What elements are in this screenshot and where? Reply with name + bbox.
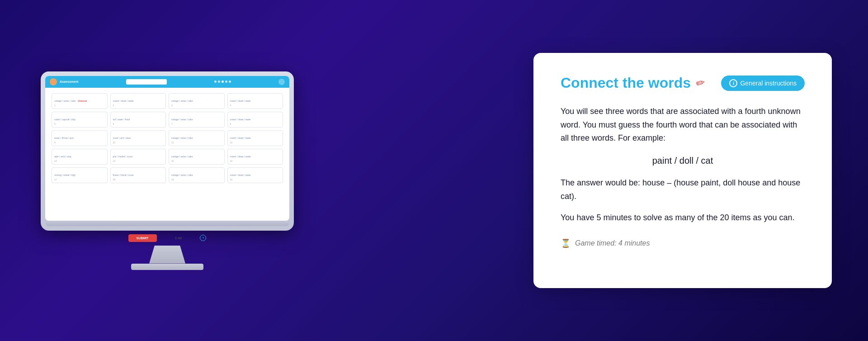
grid-cell-12: cream / skate / water 12	[227, 130, 283, 146]
info-icon: i	[729, 79, 737, 87]
nav-dot-4	[225, 81, 227, 83]
cell-clue-8: cream / skate / water	[230, 118, 251, 121]
cell-clue-17: rocking / wheel / high	[54, 174, 75, 176]
cell-number-17: 17	[54, 178, 105, 181]
monitor-screen: Assessment cottage / swiss / cake	[45, 76, 289, 221]
cell-number-8: 8	[230, 123, 281, 125]
grid-cell-17: rocking / wheel / high 17	[52, 167, 108, 183]
grid-cell-7: cottage / swiss / cake 7	[169, 112, 225, 128]
cell-number-18: 18	[113, 178, 164, 181]
grid-cell-13: right / wrist / stop 13	[52, 149, 108, 165]
cell-number-1: 1	[54, 104, 105, 107]
panel-header: Connect the words ✏ i General instructio…	[561, 75, 805, 91]
timed-label: Game timed: 4 minutes	[575, 239, 650, 247]
cell-clue-15: cottage / swiss / cake	[171, 155, 193, 158]
cell-number-15: 15	[171, 160, 222, 162]
grid-cell-8: cream / skate / water 8	[227, 112, 283, 128]
header-user-icon	[278, 79, 285, 85]
grid-cell-18: flower / friend / scout 18	[110, 167, 166, 183]
cell-number-2: 2	[113, 104, 164, 107]
nav-dot-3	[222, 81, 224, 83]
nav-dot-5	[229, 81, 231, 83]
panel-body: You will see three words that are associ…	[561, 105, 805, 225]
cell-number-5: 5	[54, 123, 105, 125]
cell-number-7: 7	[171, 123, 222, 125]
header-dots	[214, 81, 231, 83]
cell-number-11: 11	[171, 141, 222, 144]
grid-cell-6: tail / water / flood 6	[110, 112, 166, 128]
panel-footer: ⏳ Game timed: 4 minutes	[561, 238, 805, 248]
cell-clue-6: tail / water / flood	[113, 118, 130, 121]
cell-answer-1: cheese	[78, 99, 87, 102]
grid-cell-15: cottage / swiss / cake 15	[169, 149, 225, 165]
cell-clue-10: cover / arm / wear	[113, 137, 131, 139]
nav-dot-2	[218, 81, 220, 83]
panel-title-group: Connect the words ✏	[561, 75, 705, 91]
grid-cell-3: cottage / swiss / cake 3	[169, 93, 225, 109]
cell-clue-5: cadet / capsule / ship	[54, 118, 75, 121]
cell-clue-2: cream / skate / water	[113, 99, 134, 102]
instructions-example: paint / doll / cat	[561, 153, 805, 168]
grid-cell-11: cottage / swiss / cake 11	[169, 130, 225, 146]
timer-display: 1:48	[175, 236, 182, 240]
cell-clue-18: flower / friend / scout	[113, 174, 134, 176]
nav-dot-1	[214, 81, 217, 83]
grid-cell-1: cottage / swiss / cake cheese 1	[52, 93, 108, 109]
header-title: Assessment	[60, 80, 78, 83]
header-search	[126, 79, 167, 85]
grid-cell-16: cream / skate / water 16	[227, 149, 283, 165]
cell-number-14: 14	[113, 160, 164, 162]
cell-clue-20: cream / skate / water	[230, 174, 251, 176]
grid-cell-20: cream / skate / water 20	[227, 167, 283, 183]
monitor-section: Assessment cottage / swiss / cake	[36, 71, 298, 270]
grid-cell-10: cover / arm / wear 10	[110, 130, 166, 146]
pencil-icon: ✏	[695, 76, 707, 90]
cell-number-10: 10	[113, 141, 164, 144]
cell-clue-3: cottage / swiss / cake	[171, 99, 193, 102]
monitor-base	[131, 264, 203, 270]
cell-number-16: 16	[230, 160, 281, 162]
cell-number-13: 13	[54, 160, 105, 162]
cell-clue-11: cottage / swiss / cake	[171, 137, 193, 139]
cell-clue-12: cream / skate / water	[230, 137, 251, 139]
cell-clue-7: cottage / swiss / cake	[171, 118, 193, 121]
cell-number-12: 12	[230, 141, 281, 144]
grid-cell-4: cream / skate / water 4	[227, 93, 283, 109]
header-left: Assessment	[50, 78, 78, 85]
answer-grid: cottage / swiss / cake cheese 1 cream / …	[52, 93, 283, 183]
instructions-paragraph-1: You will see three words that are associ…	[561, 105, 805, 145]
grid-cell-19: cottage / swiss / cake 19	[169, 167, 225, 183]
screen-body: cottage / swiss / cake cheese 1 cream / …	[45, 88, 289, 221]
cell-clue-4: cream / skate / water	[230, 99, 251, 102]
instructions-panel: Connect the words ✏ i General instructio…	[533, 53, 832, 288]
cell-clue-13: right / wrist / stop	[54, 155, 71, 158]
cell-clue-14: pile / market / scout	[113, 155, 132, 158]
timer-icon: ⏳	[561, 238, 571, 248]
submit-button[interactable]: SUBMIT	[128, 234, 157, 242]
user-avatar	[50, 78, 57, 85]
help-icon[interactable]: ?	[200, 235, 206, 241]
monitor-frame: Assessment cottage / swiss / cake	[41, 71, 294, 231]
cell-number-9: 9	[54, 141, 105, 144]
instructions-paragraph-2: The answer would be: house – (house pain…	[561, 176, 805, 203]
grid-cell-14: pile / market / scout 14	[110, 149, 166, 165]
screen-header: Assessment	[45, 76, 289, 88]
cell-number-20: 20	[230, 178, 281, 181]
grid-cell-2: cream / skate / water 2	[110, 93, 166, 109]
grid-cell-5: cadet / capsule / ship 5	[52, 112, 108, 128]
cell-number-6: 6	[113, 123, 164, 125]
cell-number-3: 3	[171, 104, 222, 107]
general-instructions-button[interactable]: i General instructions	[721, 76, 805, 91]
instructions-paragraph-3: You have 5 minutes to solve as many of t…	[561, 211, 805, 225]
cell-number-4: 4	[230, 104, 281, 107]
monitor-stand	[149, 246, 185, 264]
cell-clue-19: cottage / swiss / cake	[171, 174, 193, 176]
grid-cell-9: tower / throat / spot 9	[52, 130, 108, 146]
cell-number-19: 19	[171, 178, 222, 181]
cell-clue-9: tower / throat / spot	[54, 137, 74, 139]
panel-title: Connect the words	[561, 75, 691, 91]
cell-clue-16: cream / skate / water	[230, 155, 251, 158]
monitor-chin	[45, 222, 289, 226]
cell-clue-1: cottage / swiss / cake	[54, 99, 76, 102]
